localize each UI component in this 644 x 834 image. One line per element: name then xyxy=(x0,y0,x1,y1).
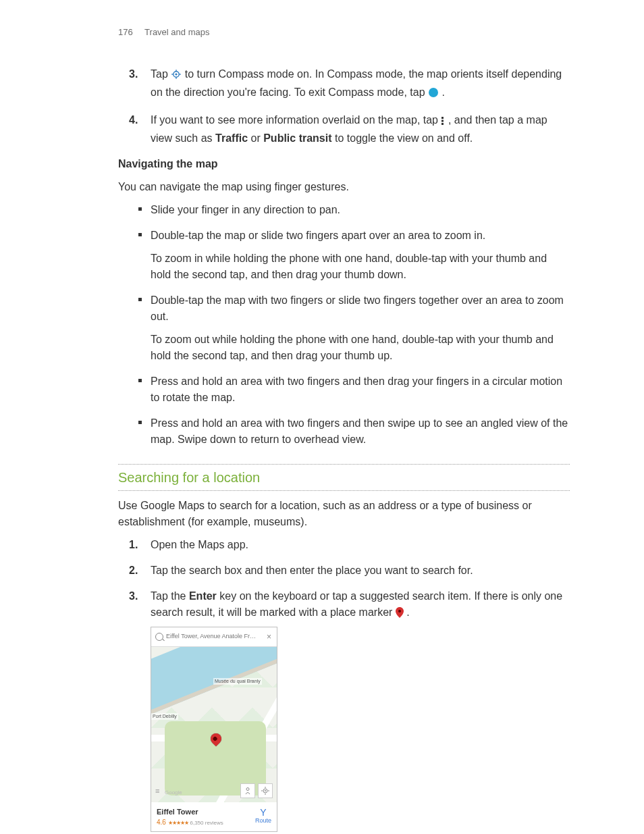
page-number: 176 xyxy=(118,27,133,37)
stars-icon: ★★★★★ xyxy=(168,820,188,826)
map-search-text: Eiffel Tower, Avenue Anatole Fr… xyxy=(166,632,265,642)
bullet-zoom-out: Double-tap the map with two fingers or s… xyxy=(151,292,570,364)
svg-rect-10 xyxy=(441,123,444,125)
locate-icon xyxy=(258,783,273,798)
map-label: Port Debilly xyxy=(151,713,178,721)
search-icon xyxy=(155,633,163,641)
bullet-tilt: Press and hold an area with two fingers … xyxy=(151,415,570,448)
bullet-rotate: Press and hold an area with two fingers … xyxy=(151,373,570,406)
nav-intro: You can navigate the map using finger ge… xyxy=(118,179,570,195)
svg-point-6 xyxy=(429,88,438,97)
bullet-zoom-in: Double-tap the map or slide two fingers … xyxy=(151,228,570,283)
steps-search: Open the Maps app. Tap the search box an… xyxy=(118,537,570,835)
traffic-label: Traffic xyxy=(215,132,248,144)
section-name: Travel and maps xyxy=(144,27,209,37)
map-canvas: Musée du quai Branly Port Debilly ≡ Goog… xyxy=(151,647,277,802)
map-screenshot: Eiffel Tower, Avenue Anatole Fr… × Musée… xyxy=(151,627,277,833)
step-4: If you want to see more information over… xyxy=(151,112,570,147)
svg-point-12 xyxy=(246,787,249,790)
directions-icon: Y xyxy=(255,808,271,816)
map-label: Musée du quai Branly xyxy=(213,678,262,685)
svg-rect-9 xyxy=(441,120,444,122)
place-rating: 4.6 ★★★★★ 6,350 reviews xyxy=(157,817,255,827)
reviews-count: 6,350 reviews xyxy=(190,820,223,826)
steps-compass: Tap to turn Compass mode on. In Compass … xyxy=(118,66,570,147)
section-title-search: Searching for a location xyxy=(118,464,570,491)
compass-target-icon xyxy=(171,68,182,84)
map-controls xyxy=(240,783,273,798)
section-intro: Use Google Maps to search for a location… xyxy=(118,498,570,530)
map-info-panel: Eiffel Tower 4.6 ★★★★★ 6,350 reviews Y R… xyxy=(151,802,277,832)
page-header: 176 Travel and maps xyxy=(118,26,570,39)
enter-key-label: Enter xyxy=(189,590,217,602)
search-step-1: Open the Maps app. xyxy=(151,537,570,553)
google-watermark: Google xyxy=(165,789,182,797)
map-search-bar: Eiffel Tower, Avenue Anatole Fr… × xyxy=(151,627,277,647)
svg-point-1 xyxy=(176,73,178,75)
svg-point-14 xyxy=(265,790,266,791)
search-step-3: Tap the Enter key on the keyboard or tap… xyxy=(151,588,570,833)
step-3: Tap to turn Compass mode on. In Compass … xyxy=(151,66,570,103)
compass-icon xyxy=(428,86,439,103)
public-transit-label: Public transit xyxy=(263,132,331,144)
hamburger-icon: ≡ xyxy=(155,785,159,797)
clear-icon: × xyxy=(265,631,273,643)
svg-rect-8 xyxy=(441,117,444,119)
bullet-pan: Slide your finger in any direction to pa… xyxy=(151,202,570,218)
place-title: Eiffel Tower xyxy=(157,806,255,818)
search-step-2: Tap the search box and then enter the pl… xyxy=(151,563,570,579)
place-marker-icon xyxy=(396,606,404,623)
document-page: 176 Travel and maps Tap to turn Compass … xyxy=(0,0,644,834)
route-button: Y Route xyxy=(255,808,271,826)
gesture-bullets: Slide your finger in any direction to pa… xyxy=(118,202,570,448)
street-view-icon xyxy=(240,783,255,798)
overflow-menu-icon xyxy=(441,114,445,130)
svg-point-11 xyxy=(398,610,401,613)
subheading-navigating: Navigating the map xyxy=(118,156,570,172)
